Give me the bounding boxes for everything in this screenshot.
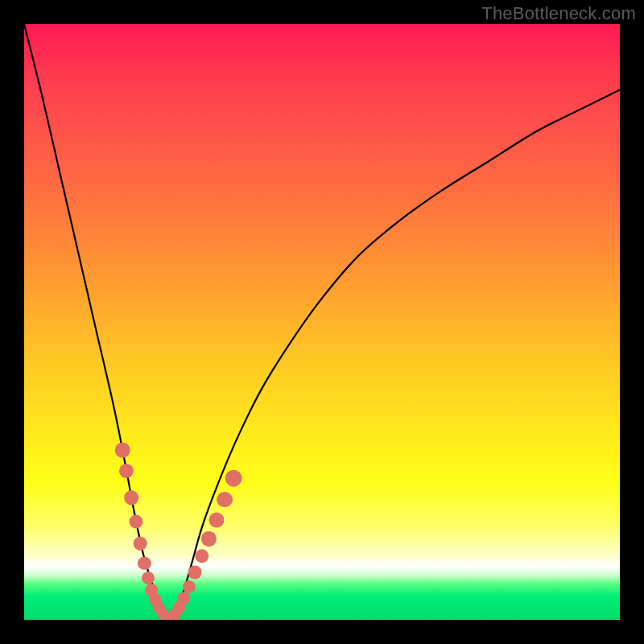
bead-marker [225,470,242,487]
bead-marker [188,565,202,579]
bead-marker [124,491,138,506]
bead-marker [183,580,196,592]
bead-marker [115,443,130,458]
bead-marker [134,537,147,551]
bead-marker [217,492,233,508]
bead-marker [195,549,208,563]
plot-area [24,24,620,620]
chart-frame: TheBottleneck.com [0,0,644,644]
attribution-text: TheBottleneck.com [481,3,636,24]
bead-marker [209,512,225,527]
bead-marker [201,531,216,546]
bead-marker [119,464,134,478]
bead-markers [24,24,620,620]
bead-marker [177,592,190,605]
bead-marker [138,557,151,570]
bead-marker [142,572,155,584]
bead-marker [130,514,143,528]
